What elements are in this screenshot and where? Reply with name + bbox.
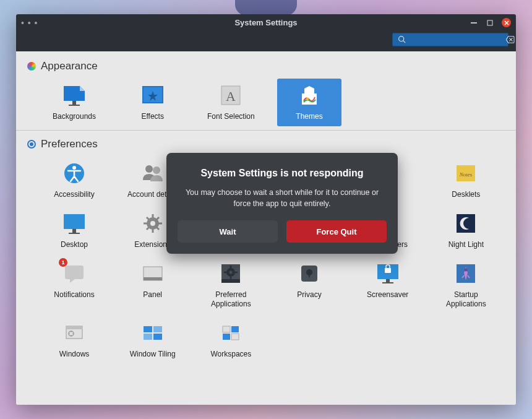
svg-rect-67: [153, 334, 162, 340]
svg-rect-66: [144, 334, 152, 340]
windows-icon: [61, 320, 87, 346]
tile-label: Workspaces: [210, 350, 251, 359]
panel-icon: [140, 261, 166, 287]
night-light-icon: [453, 210, 479, 236]
tile-window-tiling[interactable]: Window Tiling: [121, 316, 185, 364]
minimize-icon: [471, 22, 477, 24]
svg-rect-71: [231, 334, 239, 340]
notification-badge: 1: [59, 258, 67, 267]
close-button[interactable]: [502, 18, 511, 27]
tile-label: Desktop: [61, 240, 88, 249]
tile-screensaver[interactable]: Screensaver: [356, 257, 420, 314]
tile-backgrounds[interactable]: Backgrounds: [42, 79, 106, 126]
tile-label: Preferred Applications: [200, 290, 262, 309]
svg-rect-70: [223, 334, 230, 340]
svg-rect-41: [457, 214, 475, 233]
tile-preferred-applications[interactable]: Preferred Applications: [199, 257, 263, 314]
svg-rect-64: [144, 326, 152, 332]
appearance-grid: Backgrounds Effects A Font Selection The…: [42, 79, 505, 126]
wait-button[interactable]: Wait: [178, 220, 278, 243]
account-icon: [140, 160, 166, 186]
tile-label: Windows: [59, 350, 90, 359]
search-icon: [398, 35, 406, 43]
tile-label: Window Tiling: [130, 350, 176, 359]
svg-rect-57: [386, 279, 390, 282]
tile-panel[interactable]: Panel: [121, 257, 185, 314]
close-icon: [504, 20, 509, 25]
titlebar: • • • System Settings: [16, 14, 516, 31]
tile-desktop[interactable]: Desktop: [42, 207, 106, 254]
tile-label: Extensions: [134, 240, 171, 249]
svg-rect-5: [72, 101, 76, 105]
section-header-appearance: Appearance: [27, 60, 505, 72]
window-controls: [470, 18, 511, 27]
svg-line-26: [147, 217, 149, 220]
svg-rect-0: [471, 22, 477, 24]
svg-rect-65: [153, 326, 162, 332]
tile-night-light[interactable]: Night Light: [434, 207, 498, 254]
desklets-icon: Notes: [453, 160, 479, 186]
font-icon: A: [218, 82, 244, 108]
tile-label: Themes: [296, 112, 322, 121]
tile-label: Screensaver: [367, 290, 408, 300]
section-title: Preferences: [41, 138, 98, 150]
section-header-preferences: Preferences: [27, 138, 505, 150]
svg-point-15: [153, 166, 160, 174]
svg-line-28: [157, 217, 159, 220]
tile-font-selection[interactable]: A Font Selection: [199, 79, 263, 126]
accessibility-icon: [61, 160, 87, 186]
svg-rect-56: [385, 268, 391, 273]
tile-workspaces[interactable]: Workspaces: [199, 316, 263, 364]
window-menu-button[interactable]: • • •: [21, 18, 38, 28]
window-tiling-icon: [140, 320, 166, 346]
not-responding-dialog: System Settings is not responding You ma…: [166, 153, 398, 254]
maximize-icon: [487, 20, 493, 26]
dialog-message: You may choose to wait a short while for…: [178, 188, 387, 209]
startup-apps-icon: [453, 261, 479, 287]
svg-rect-62: [66, 326, 82, 329]
dialog-title: System Settings is not responding: [178, 168, 387, 179]
search-input[interactable]: [410, 35, 502, 44]
tile-themes[interactable]: Themes: [277, 79, 341, 126]
svg-text:Notes: Notes: [459, 171, 473, 178]
tile-windows[interactable]: Windows: [42, 316, 106, 364]
clear-search-icon[interactable]: [506, 36, 515, 43]
tile-desklets[interactable]: Notes Desklets: [434, 157, 498, 204]
tile-effects[interactable]: Effects: [121, 79, 185, 126]
svg-rect-20: [69, 233, 80, 234]
workspaces-icon: [218, 320, 244, 346]
tile-label: Backgrounds: [53, 112, 96, 121]
svg-point-13: [72, 166, 76, 170]
decorative-shape: [235, 0, 297, 15]
minimize-button[interactable]: [470, 19, 478, 27]
svg-point-2: [399, 37, 404, 41]
notifications-icon: 1: [61, 261, 87, 287]
divider: [16, 130, 516, 131]
tile-accessibility[interactable]: Accessibility: [42, 157, 106, 204]
tile-startup-applications[interactable]: Startup Applications: [434, 257, 498, 314]
maximize-button[interactable]: [486, 19, 494, 27]
tile-privacy[interactable]: Privacy: [277, 257, 341, 314]
force-quit-button[interactable]: Force Quit: [286, 220, 387, 243]
svg-rect-44: [144, 277, 162, 280]
svg-rect-18: [64, 214, 85, 229]
tile-label: Notifications: [54, 290, 94, 300]
tile-label: Accessibility: [54, 190, 94, 199]
tile-label: Font Selection: [207, 112, 255, 121]
tile-label: Night Light: [448, 240, 484, 249]
svg-text:A: A: [226, 89, 236, 104]
svg-point-14: [145, 165, 153, 173]
svg-point-60: [465, 269, 468, 272]
search-field[interactable]: [392, 33, 508, 46]
tile-notifications[interactable]: 1 Notifications: [42, 257, 106, 314]
extensions-icon: [140, 210, 166, 236]
tile-label: Privacy: [297, 290, 321, 300]
backgrounds-icon: [61, 82, 87, 108]
dialog-buttons: Wait Force Quit: [178, 220, 387, 243]
themes-icon: [296, 82, 322, 108]
bullet-icon: [27, 140, 36, 149]
screensaver-icon: [375, 261, 401, 287]
tile-label: Desklets: [452, 190, 480, 199]
preferred-apps-icon: [218, 261, 244, 287]
svg-rect-19: [72, 229, 76, 233]
